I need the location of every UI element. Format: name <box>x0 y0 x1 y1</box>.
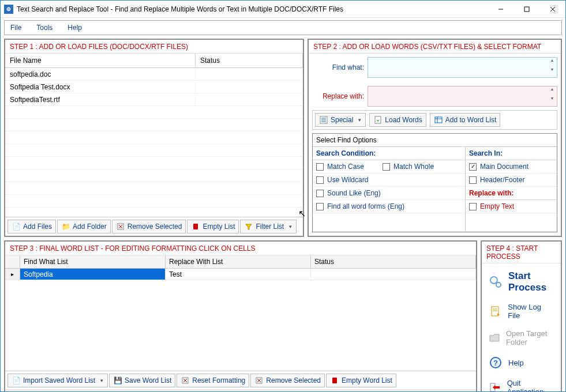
search-in-head: Search In: <box>466 147 557 160</box>
titlebar: ⚙ Text Search and Replace Tool - Find an… <box>1 1 565 18</box>
match-whole-checkbox[interactable] <box>383 163 390 171</box>
help-icon: ? <box>489 356 503 370</box>
close-button[interactable] <box>539 1 565 17</box>
file-row[interactable] <box>5 106 303 119</box>
replace-cell[interactable]: Test <box>166 269 311 280</box>
remove-selected-word-button[interactable]: Remove Selected <box>250 374 325 387</box>
log-icon <box>489 304 502 318</box>
svg-rect-13 <box>375 116 381 123</box>
save-wordlist-button[interactable]: 💾Save Word List <box>109 374 175 387</box>
import-wordlist-button[interactable]: 📄Import Saved Word List▼ <box>8 374 108 387</box>
word-row[interactable]: ▸ Softpedia Test <box>5 269 476 280</box>
find-forms-checkbox[interactable] <box>316 203 324 210</box>
svg-text:?: ? <box>493 359 498 367</box>
chevron-down-icon: ▼ <box>288 224 293 229</box>
sound-like-checkbox[interactable] <box>316 190 324 197</box>
header-footer-checkbox[interactable] <box>469 176 477 184</box>
svg-rect-7 <box>193 224 198 229</box>
file-row[interactable] <box>5 144 303 157</box>
load-words-button[interactable]: Load Words <box>369 113 426 127</box>
start-process-button[interactable]: Start Process <box>486 267 556 297</box>
empty-text-checkbox[interactable] <box>469 203 477 210</box>
empty-wordlist-button[interactable]: Empty Word List <box>326 374 396 387</box>
svg-rect-15 <box>435 117 442 123</box>
filter-list-button[interactable]: Filter List▼ <box>240 220 297 233</box>
filter-icon <box>244 222 253 231</box>
svg-point-25 <box>490 277 497 284</box>
chevron-down-icon: ▼ <box>99 378 104 383</box>
empty-list-button[interactable]: Empty List <box>187 220 239 233</box>
col-status[interactable]: Status <box>196 54 303 67</box>
status-bar: Total Files : 3 Total Words : 1 <box>5 390 476 392</box>
file-row[interactable] <box>5 182 303 195</box>
reset-icon <box>181 376 190 385</box>
minimize-button[interactable] <box>488 1 513 17</box>
help-button[interactable]: ? Help <box>486 352 556 373</box>
menubar: File Tools Help <box>4 20 562 35</box>
add-to-wordlist-button[interactable]: Add to Word List <box>430 113 501 127</box>
use-wildcard-checkbox[interactable] <box>316 176 324 184</box>
spin-up-icon[interactable]: ▲ <box>548 58 556 67</box>
svg-marker-31 <box>490 334 499 341</box>
find-what-input[interactable]: ▲▼ <box>368 57 557 78</box>
folder-icon: 📁 <box>61 222 70 231</box>
file-row[interactable]: SoftpediaTest.rtf <box>5 93 303 106</box>
step1-title: STEP 1 : ADD OR LOAD FILES (DOC/DOCX/RTF… <box>5 40 303 54</box>
replace-with-label: Replace with: <box>312 92 364 100</box>
step3-toolbar: 📄Import Saved Word List▼ 💾Save Word List… <box>5 371 476 390</box>
empty-icon <box>191 222 200 231</box>
add-file-icon: 📄 <box>12 222 21 231</box>
spin-up-icon[interactable]: ▲ <box>548 87 556 96</box>
search-condition-head: Search Condition: <box>313 147 465 160</box>
col-status[interactable]: Status <box>311 255 476 268</box>
menu-file[interactable]: File <box>8 22 24 33</box>
add-files-button[interactable]: 📄Add Files <box>8 220 56 233</box>
row-header-col <box>5 255 20 268</box>
step4-title: STEP 4 : START PROCESS <box>482 242 561 263</box>
svg-marker-8 <box>246 224 252 229</box>
quit-button[interactable]: Quit Application <box>486 375 556 392</box>
exit-icon <box>489 380 501 392</box>
file-row[interactable] <box>5 157 303 169</box>
file-row[interactable] <box>5 169 303 182</box>
replace-with-input[interactable]: ▲▼ <box>368 86 557 107</box>
open-target-folder-button[interactable]: Open Target Folder <box>486 326 556 350</box>
menu-tools[interactable]: Tools <box>34 22 55 33</box>
row-indicator-icon: ▸ <box>5 269 20 280</box>
replace-with-head: Replace with: <box>466 187 557 200</box>
list-icon <box>319 115 328 125</box>
show-log-button[interactable]: Show Log File <box>486 299 556 323</box>
find-what-label: Find what: <box>312 63 364 71</box>
special-button[interactable]: Special▼ <box>315 113 366 127</box>
file-row[interactable] <box>5 208 303 217</box>
file-row[interactable]: Softpedia Test.docx <box>5 81 303 93</box>
main-doc-checkbox[interactable]: ✓ <box>469 163 477 171</box>
menu-help[interactable]: Help <box>65 22 84 33</box>
col-find-what[interactable]: Find What List <box>20 255 166 268</box>
folder-open-icon <box>489 331 500 345</box>
remove-icon <box>116 222 125 231</box>
step2-panel: STEP 2 : ADD OR LOAD WORDS (CSV/TXT FILE… <box>308 39 562 237</box>
file-row[interactable] <box>5 195 303 208</box>
match-case-checkbox[interactable] <box>316 163 324 171</box>
col-replace-with[interactable]: Replace With List <box>166 255 311 268</box>
reset-formatting-button[interactable]: Reset Formatting <box>177 374 249 387</box>
maximize-button[interactable] <box>513 1 539 17</box>
file-row[interactable]: softpedia.doc <box>5 68 303 81</box>
spin-down-icon[interactable]: ▼ <box>548 96 556 105</box>
step2-toolbar: Special▼ Load Words Add to Word List <box>312 110 557 130</box>
step1-rows: softpedia.doc Softpedia Test.docx Softpe… <box>5 68 303 217</box>
spin-down-icon[interactable]: ▼ <box>548 67 556 77</box>
step1-toolbar: 📄Add Files 📁Add Folder Remove Selected E… <box>5 217 303 236</box>
add-folder-button[interactable]: 📁Add Folder <box>57 220 111 233</box>
remove-icon <box>254 376 264 385</box>
col-filename[interactable]: File Name <box>5 54 196 67</box>
file-row[interactable] <box>5 131 303 144</box>
remove-selected-button[interactable]: Remove Selected <box>112 220 186 233</box>
file-row[interactable] <box>5 119 303 131</box>
find-options-title: Select Find Options <box>313 134 557 147</box>
step4-panel: STEP 4 : START PROCESS Start Process Sho… <box>481 240 562 392</box>
step3-grid-header: Find What List Replace With List Status <box>5 255 476 269</box>
chevron-down-icon: ▼ <box>357 118 362 123</box>
find-cell[interactable]: Softpedia <box>20 269 166 280</box>
